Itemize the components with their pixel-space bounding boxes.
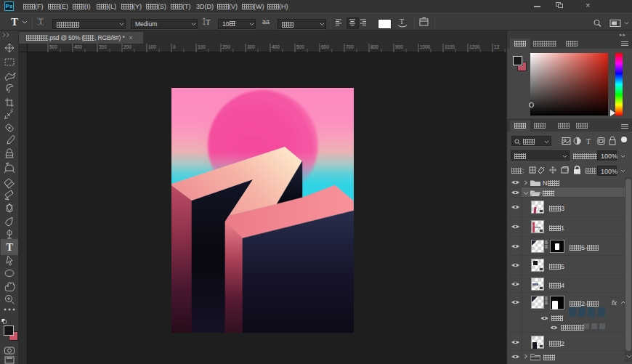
svg-text:T: T — [7, 242, 14, 253]
svg-text:200: 200 — [222, 44, 230, 49]
svg-text:800: 800 — [174, 58, 175, 59]
svg-text:T: T — [11, 16, 18, 28]
svg-text:0: 0 — [173, 44, 176, 49]
svg-text:700: 700 — [346, 44, 354, 49]
svg-text:0: 0 — [174, 53, 175, 54]
svg-text:500: 500 — [174, 57, 175, 57]
svg-text:100: 100 — [174, 54, 175, 54]
svg-text:200: 200 — [123, 44, 131, 49]
svg-text:1200: 1200 — [469, 44, 480, 49]
svg-text:500: 500 — [296, 44, 304, 49]
svg-text:800: 800 — [370, 44, 378, 49]
svg-text:300: 300 — [247, 44, 255, 49]
svg-text:600: 600 — [174, 57, 175, 57]
svg-text:900: 900 — [174, 59, 175, 60]
svg-text:13: 13 — [494, 44, 500, 49]
svg-text:T: T — [206, 17, 211, 26]
svg-text:300: 300 — [99, 44, 107, 49]
svg-text:100: 100 — [148, 44, 156, 49]
svg-text:400: 400 — [74, 44, 82, 49]
svg-text:T: T — [586, 137, 591, 145]
svg-text:900: 900 — [395, 44, 403, 49]
svg-text:400: 400 — [272, 44, 280, 49]
svg-text:100: 100 — [174, 52, 175, 53]
svg-text:100: 100 — [198, 44, 206, 49]
svg-text:1000: 1000 — [420, 44, 431, 49]
svg-text:300: 300 — [174, 55, 175, 56]
svg-text:400: 400 — [174, 56, 175, 57]
svg-text:1000: 1000 — [174, 60, 175, 60]
svg-text:aa: aa — [262, 18, 270, 25]
svg-text:700: 700 — [174, 57, 175, 58]
svg-text:200: 200 — [174, 54, 175, 55]
svg-text:T: T — [39, 17, 43, 25]
svg-text:1100: 1100 — [445, 44, 455, 49]
svg-text:600: 600 — [321, 44, 329, 49]
svg-text:500: 500 — [49, 44, 57, 49]
svg-text:T: T — [400, 17, 404, 25]
